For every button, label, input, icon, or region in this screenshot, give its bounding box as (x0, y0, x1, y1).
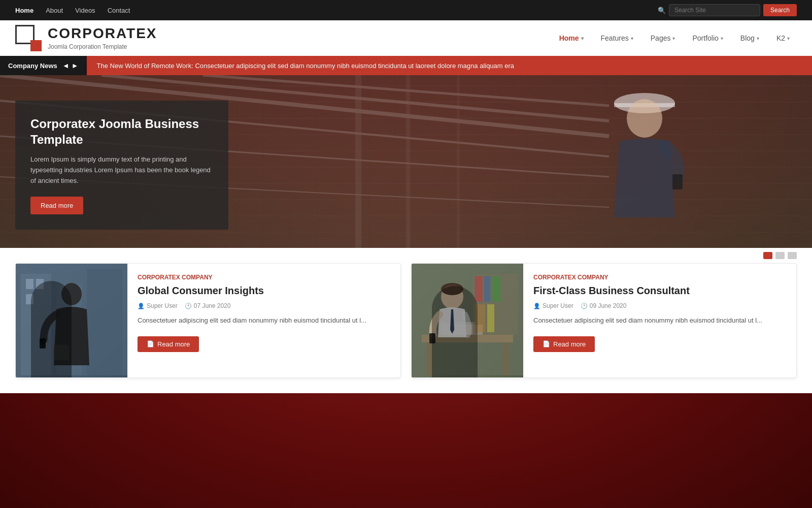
slide-dot-2[interactable] (775, 252, 785, 259)
card-1-author: 👤 Super User (138, 302, 178, 309)
main-navigation: Home ▾ Features ▾ Pages ▾ Portfolio ▾ Bl… (552, 30, 797, 46)
cards-section: Corporatex Company Global Consumer Insig… (0, 263, 812, 393)
slide-dot-3[interactable] (788, 252, 797, 259)
nav-k2[interactable]: K2 ▾ (769, 30, 797, 46)
svg-rect-16 (87, 269, 122, 375)
card-2-date: 🕐 09 June 2020 (581, 302, 627, 309)
hero-figure (568, 75, 721, 248)
svg-rect-28 (439, 322, 475, 335)
svg-point-11 (627, 99, 662, 138)
svg-rect-18 (36, 279, 44, 289)
slide-indicators (0, 248, 812, 263)
chevron-down-icon: ▾ (581, 36, 584, 41)
svg-rect-37 (429, 333, 435, 343)
clock-icon: 🕐 (185, 303, 192, 309)
clock-icon: 🕐 (581, 303, 588, 309)
top-nav: Home About Videos Contact (15, 7, 130, 14)
card-1: Corporatex Company Global Consumer Insig… (15, 263, 401, 378)
chevron-down-icon: ▾ (757, 36, 759, 41)
card-2-excerpt: Consectetuer adipiscing elit sed diam no… (533, 315, 762, 326)
svg-rect-8 (457, 75, 460, 248)
card-1-category: Corporatex Company (138, 274, 366, 281)
nav-features[interactable]: Features ▾ (594, 30, 640, 46)
search-input[interactable] (669, 4, 760, 16)
nav-blog[interactable]: Blog ▾ (733, 30, 766, 46)
svg-rect-17 (26, 279, 33, 289)
svg-rect-19 (26, 294, 33, 304)
person-silhouette (568, 75, 721, 248)
svg-rect-33 (475, 304, 485, 332)
svg-rect-31 (484, 276, 490, 302)
svg-point-36 (441, 283, 463, 295)
svg-point-35 (441, 284, 463, 309)
logo-orange-part (30, 40, 42, 51)
card-1-body: Corporatex Company Global Consumer Insig… (127, 264, 377, 377)
svg-rect-25 (427, 342, 432, 375)
document-icon: 📄 (543, 340, 550, 347)
card-1-read-more-button[interactable]: 📄 Read more (138, 336, 199, 352)
svg-rect-12 (672, 174, 683, 189)
card-1-image-inner (16, 264, 127, 377)
nav-pages[interactable]: Pages ▾ (644, 30, 683, 46)
ticker-text: The New World of Remote Work: Consectetu… (87, 62, 525, 70)
slide-dot-1[interactable] (763, 252, 772, 259)
card-2-figure (412, 264, 523, 375)
card-1-excerpt: Consectetuer adipiscing elit sed diam no… (138, 315, 366, 326)
card-1-title: Global Consumer Insights (138, 284, 366, 297)
hero-section: Corporatex Joomla Business Template Lore… (0, 75, 812, 248)
svg-rect-21 (40, 338, 46, 348)
svg-rect-14 (21, 274, 51, 375)
chevron-down-icon: ▾ (787, 36, 790, 41)
search-area: 🔍 Search (658, 4, 797, 16)
main-header: CORPORATEX Joomla Corporation Template H… (0, 20, 812, 56)
hero-description: Lorem Ipsum is simply dummy text of the … (30, 154, 213, 186)
top-nav-contact[interactable]: Contact (108, 7, 130, 14)
logo-text: CORPORATEX Joomla Corporation Template (48, 25, 157, 51)
top-bar: Home About Videos Contact 🔍 Search (0, 0, 812, 20)
logo: CORPORATEX Joomla Corporation Template (15, 25, 157, 51)
logo-tagline: Joomla Corporation Template (48, 43, 127, 50)
card-2-category: Corporatex Company (533, 274, 762, 281)
search-icon: 🔍 (658, 7, 666, 14)
ticker-next-arrow[interactable]: ► (72, 61, 79, 70)
svg-rect-6 (355, 75, 361, 248)
card-2-body: Corporatex Company First-Class Business … (523, 264, 772, 377)
svg-rect-7 (406, 75, 410, 248)
top-nav-videos[interactable]: Videos (75, 7, 95, 14)
logo-icon (15, 25, 42, 51)
card-1-meta: 👤 Super User 🕐 07 June 2020 (138, 302, 366, 309)
nav-portfolio[interactable]: Portfolio ▾ (685, 30, 730, 46)
card-1-date: 🕐 07 June 2020 (185, 302, 231, 309)
card-2-image-inner (412, 264, 523, 377)
svg-rect-32 (492, 276, 501, 302)
card-2: Corporatex Company First-Class Business … (411, 263, 797, 378)
card-2-image (412, 264, 523, 377)
ticker-label: Company News ◄ ► (0, 56, 87, 75)
nav-home[interactable]: Home ▾ (552, 30, 591, 46)
svg-rect-26 (503, 342, 508, 375)
user-icon: 👤 (533, 303, 540, 309)
top-nav-home[interactable]: Home (15, 7, 33, 14)
hero-read-more-button[interactable]: Read more (30, 197, 83, 214)
top-nav-about[interactable]: About (46, 7, 63, 14)
svg-rect-27 (442, 325, 483, 335)
chevron-down-icon: ▾ (672, 36, 675, 41)
document-icon: 📄 (147, 340, 154, 347)
user-icon: 👤 (138, 303, 145, 309)
ticker-prev-arrow[interactable]: ◄ (62, 61, 70, 70)
svg-rect-22 (54, 345, 69, 360)
svg-rect-24 (422, 335, 513, 342)
card-1-image (16, 264, 127, 377)
card-2-author: 👤 Super User (533, 302, 573, 309)
hero-title: Corporatex Joomla Business Template (30, 116, 213, 147)
ticker-arrows[interactable]: ◄ ► (62, 61, 79, 70)
card-1-figure (16, 264, 127, 375)
card-2-read-more-button[interactable]: 📄 Read more (533, 336, 595, 352)
svg-rect-30 (475, 276, 483, 302)
card-2-title: First-Class Business Consultant (533, 284, 762, 297)
card-2-meta: 👤 Super User 🕐 09 June 2020 (533, 302, 762, 309)
news-ticker: Company News ◄ ► The New World of Remote… (0, 56, 812, 75)
search-button[interactable]: Search (763, 4, 797, 16)
hero-content-box: Corporatex Joomla Business Template Lore… (15, 101, 228, 230)
svg-point-20 (61, 283, 82, 305)
